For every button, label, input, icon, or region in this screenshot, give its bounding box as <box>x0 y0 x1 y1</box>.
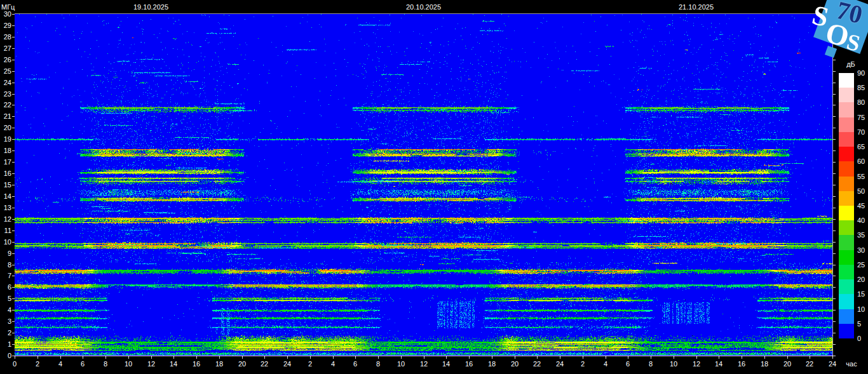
y-tick <box>12 265 15 265</box>
x-tick <box>173 356 174 359</box>
y-tick <box>12 116 15 117</box>
y-tick <box>12 139 15 140</box>
x-tick-label: 20 <box>511 360 519 368</box>
y-tick <box>12 37 15 37</box>
x-tick <box>742 356 742 359</box>
x-tick <box>196 356 197 359</box>
x-tick <box>446 356 447 359</box>
x-tick-label: 12 <box>420 360 428 368</box>
y-tick-right <box>833 344 836 345</box>
colorbar-tick-label: 65 <box>857 143 868 150</box>
x-tick-label: 10 <box>670 360 677 368</box>
y-tick-label: 4 <box>1 306 11 314</box>
y-tick-right <box>833 356 836 356</box>
colorbar-segment <box>839 235 854 250</box>
y-tick-label: 28 <box>1 33 11 41</box>
colorbar-tick-label: 20 <box>857 276 868 283</box>
y-tick <box>12 60 15 60</box>
colorbar-tick-label: 80 <box>857 98 868 106</box>
colorbar-segment <box>839 102 854 117</box>
x-tick-label: 8 <box>104 360 107 368</box>
x-tick <box>60 356 61 359</box>
y-tick <box>12 219 15 220</box>
x-tick <box>832 356 833 359</box>
x-tick <box>764 356 765 359</box>
spectrogram-canvas <box>15 14 832 356</box>
y-tick <box>12 128 15 128</box>
y-tick-label: 16 <box>1 170 11 177</box>
colorbar-segment <box>839 279 854 294</box>
x-tick-label: 6 <box>626 360 630 368</box>
y-tick-right <box>833 128 836 128</box>
y-tick-right <box>833 94 836 95</box>
y-tick <box>12 14 15 15</box>
y-tick <box>12 276 15 276</box>
y-tick-right <box>833 298 836 299</box>
colorbar-segment <box>839 132 854 147</box>
y-tick-label: 25 <box>1 67 11 75</box>
x-tick-label: 14 <box>715 360 722 368</box>
x-tick <box>674 356 674 359</box>
colorbar-segment <box>839 206 854 220</box>
colorbar-segment <box>839 324 854 338</box>
x-tick-label: 18 <box>215 360 223 368</box>
y-tick-label: 5 <box>1 295 11 302</box>
y-tick <box>12 333 15 333</box>
x-tick-label: 24 <box>283 360 291 368</box>
y-tick-label: 29 <box>1 22 11 29</box>
y-tick-label: 7 <box>1 272 11 279</box>
x-tick-label: 6 <box>353 360 357 368</box>
spectrogram-page: МГц 19.10.202520.10.202521.10.2025 30292… <box>0 0 868 374</box>
date-label: 21.10.2025 <box>679 3 714 11</box>
y-tick-right <box>833 196 836 197</box>
x-tick-label: 12 <box>693 360 700 368</box>
colorbar-tick-label: 75 <box>857 114 868 121</box>
y-tick <box>12 150 15 151</box>
x-tick-label: 2 <box>36 360 39 368</box>
y-tick <box>12 344 15 345</box>
y-tick-label: 10 <box>1 238 11 246</box>
y-tick-right <box>833 60 836 60</box>
y-tick-right <box>833 116 836 117</box>
x-tick-label: 4 <box>331 360 335 368</box>
y-tick <box>12 253 15 254</box>
colorbar-tick-label: 15 <box>857 290 868 298</box>
y-tick-right <box>833 83 836 83</box>
y-tick <box>12 173 15 174</box>
x-tick-label: 8 <box>649 360 653 368</box>
y-tick-label: 3 <box>1 317 11 325</box>
x-tick <box>37 356 38 359</box>
y-tick-label: 14 <box>1 192 11 200</box>
x-tick <box>105 356 106 359</box>
colorbar-segment <box>839 309 854 324</box>
y-tick <box>12 208 15 208</box>
x-tick-label: 22 <box>261 360 268 368</box>
colorbar-unit-label: дБ <box>843 60 858 68</box>
x-tick-label: 24 <box>829 360 836 368</box>
y-tick-right <box>833 265 836 265</box>
x-tick <box>628 356 628 359</box>
colorbar-tick-label: 55 <box>857 173 868 180</box>
colorbar-segment <box>839 147 854 161</box>
y-tick-right <box>833 162 836 163</box>
y-tick-label: 24 <box>1 79 11 86</box>
colorbar-segment <box>839 250 854 265</box>
x-tick <box>355 356 356 359</box>
y-tick-label: 0 <box>1 352 11 359</box>
y-tick-label: 27 <box>1 44 11 52</box>
colorbar-tick-label: 70 <box>857 128 868 136</box>
y-tick-label: 11 <box>1 227 11 234</box>
date-label: 19.10.2025 <box>133 3 168 11</box>
x-tick <box>219 356 220 359</box>
y-tick <box>12 162 15 163</box>
x-tick <box>606 356 606 359</box>
x-tick <box>333 356 334 359</box>
colorbar-segment <box>839 177 854 191</box>
x-tick-label: 18 <box>488 360 496 368</box>
colorbar-tick-label: 35 <box>857 231 868 239</box>
x-tick-label: 12 <box>147 360 155 368</box>
y-tick-right <box>833 139 836 140</box>
colorbar-tick-label: 85 <box>857 84 868 91</box>
colorbar-tick-label: 40 <box>857 217 868 224</box>
x-tick-label: 4 <box>604 360 607 368</box>
